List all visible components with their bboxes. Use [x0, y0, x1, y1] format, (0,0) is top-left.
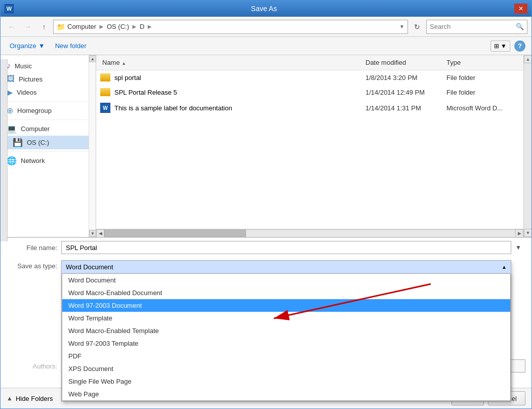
file-cell-name-2: W This is a sample label for documentati… [96, 102, 361, 114]
save-type-list: Word Document Word Macro-Enabled Documen… [62, 274, 511, 401]
sidebar-item-computer[interactable]: 💻 Computer [1, 122, 89, 136]
file-cell-type-2: Microsoft Word D... [442, 103, 523, 113]
sidebar-scroll-track [89, 62, 96, 230]
sidebar-divider-3 [1, 151, 89, 152]
v-scroll-down[interactable]: ▼ [524, 229, 531, 237]
v-scroll-track[interactable] [524, 63, 531, 229]
file-header: Name ▲ Date modified Type [96, 55, 523, 70]
pictures-icon: 🖼 [7, 74, 15, 84]
h-scroll-left[interactable]: ◀ [96, 229, 104, 237]
breadcrumb-osc[interactable]: OS (C:) [107, 23, 129, 30]
sidebar-scrollbar: ▲ ▼ [89, 55, 96, 237]
file-cell-type-1: File folder [442, 88, 523, 97]
file-name-input[interactable] [61, 241, 511, 254]
save-as-dialog: W Save As ✕ ← → ↑ 📁 Computer ► OS (C:) ►… [0, 0, 532, 409]
save-type-arrow-icon: ▲ [502, 264, 507, 270]
breadcrumb-computer[interactable]: Computer [67, 23, 96, 30]
up-button[interactable]: ↑ [37, 20, 51, 34]
sidebar-scroll-down[interactable]: ▼ [89, 230, 96, 237]
title-bar-controls: ✕ [514, 4, 527, 14]
save-type-option-1[interactable]: Word Macro-Enabled Document [62, 287, 510, 299]
refresh-button[interactable]: ↻ [410, 20, 424, 34]
sidebar-label-osc: OS (C:) [27, 139, 49, 146]
file-name-dropdown-icon[interactable]: ▼ [515, 244, 525, 251]
table-row[interactable]: SPL Portal Release 5 1/14/2014 12:49 PM … [96, 85, 523, 100]
address-folder-icon: 📁 [57, 23, 65, 31]
col-date[interactable]: Date modified [361, 57, 442, 68]
file-cell-date-1: 1/14/2014 12:49 PM [361, 88, 442, 97]
save-type-header[interactable]: Word Document ▲ [62, 261, 511, 274]
toolbar: Organize ▼ New folder ⊞ ▼ ? [1, 37, 531, 55]
vertical-scrollbar: ▲ ▼ [523, 55, 531, 237]
save-type-option-0[interactable]: Word Document [62, 274, 510, 287]
sidebar-label-videos: Videos [17, 89, 37, 96]
save-type-option-3[interactable]: Word Template [62, 312, 510, 324]
sidebar-label-computer: Computer [21, 125, 50, 133]
view-icon: ⊞ [494, 43, 499, 50]
save-type-option-6[interactable]: PDF [62, 350, 510, 362]
title-bar: W Save As ✕ [1, 1, 531, 17]
forward-button[interactable]: → [21, 20, 35, 34]
file-area: Name ▲ Date modified Type spl portal 1/8… [96, 55, 523, 237]
dialog-title: Save As [14, 5, 514, 13]
main-area: ♪ Music 🖼 Pictures ▶ Videos ⊕ Homegrou [1, 55, 531, 237]
file-name-2: This is a sample label for documentation [114, 104, 232, 112]
search-input[interactable] [430, 23, 516, 30]
sidebar-label-network: Network [21, 157, 45, 165]
hide-folders-area[interactable]: ▲ Hide Folders [7, 395, 53, 402]
folder-icon-0 [100, 73, 110, 81]
file-name-0: spl portal [114, 74, 141, 81]
sidebar-divider-1 [1, 101, 89, 102]
hide-folders-label[interactable]: Hide Folders [16, 395, 53, 402]
h-scroll-track[interactable] [104, 229, 515, 237]
save-type-option-9[interactable]: Web Page [62, 388, 510, 400]
h-scroll-right[interactable]: ▶ [515, 229, 523, 237]
save-type-option-5[interactable]: Word 97-2003 Template [62, 337, 510, 350]
help-button[interactable]: ? [514, 40, 525, 52]
sidebar-item-videos[interactable]: ▶ Videos [1, 86, 89, 99]
organize-button[interactable]: Organize ▼ [7, 40, 48, 51]
sidebar-divider-2 [1, 119, 89, 120]
save-type-option-8[interactable]: Single File Web Page [62, 375, 510, 388]
sidebar-item-network[interactable]: 🌐 Network [1, 154, 89, 168]
col-type: Type [442, 57, 523, 68]
file-list: spl portal 1/8/2014 3:20 PM File folder … [96, 70, 523, 229]
file-cell-type-0: File folder [442, 73, 523, 83]
col-name[interactable]: Name ▲ [96, 57, 361, 68]
save-type-option-4[interactable]: Word Macro-Enabled Template [62, 324, 510, 337]
sidebar-wrapper: ♪ Music 🖼 Pictures ▶ Videos ⊕ Homegrou [1, 55, 96, 237]
save-type-selected-text: Word Document [66, 263, 113, 271]
nav-bar: ← → ↑ 📁 Computer ► OS (C:) ► D ► ▼ ↻ 🔍 [1, 17, 531, 37]
organize-label: Organize [10, 42, 36, 50]
file-area-wrapper: Name ▲ Date modified Type spl portal 1/8… [96, 55, 531, 237]
h-scroll-thumb[interactable] [104, 230, 246, 237]
file-name-row: File name: ▼ [1, 238, 531, 257]
back-button[interactable]: ← [5, 20, 19, 34]
save-type-option-2[interactable]: Word 97-2003 Document [62, 299, 510, 312]
sidebar-item-osc[interactable]: 💾 OS (C:) [1, 136, 89, 149]
table-row[interactable]: spl portal 1/8/2014 3:20 PM File folder [96, 70, 523, 85]
file-name-label: File name: [7, 244, 57, 252]
sidebar-item-music[interactable]: ♪ Music [1, 59, 89, 72]
search-box[interactable]: 🔍 [426, 20, 527, 34]
save-type-option-7[interactable]: XPS Document [62, 362, 510, 375]
save-type-dropdown[interactable]: Word Document ▲ Word Document Word Macro… [61, 260, 511, 401]
address-bar[interactable]: 📁 Computer ► OS (C:) ► D ► ▼ [53, 20, 408, 34]
close-button[interactable]: ✕ [514, 4, 527, 14]
sidebar-label-pictures: Pictures [19, 75, 43, 83]
sidebar-scroll-up[interactable]: ▲ [89, 55, 96, 62]
sidebar-item-pictures[interactable]: 🖼 Pictures [1, 72, 89, 86]
view-dropdown-icon: ▼ [501, 43, 507, 50]
chevron-icon: ▲ [7, 395, 13, 402]
new-folder-button[interactable]: New folder [52, 40, 90, 51]
v-scroll-up[interactable]: ▲ [524, 55, 531, 63]
computer-icon: 💻 [7, 124, 17, 134]
network-icon: 🌐 [7, 156, 17, 166]
address-dropdown-icon[interactable]: ▼ [399, 24, 404, 29]
view-button[interactable]: ⊞ ▼ [490, 40, 510, 52]
sidebar-item-homegroup[interactable]: ⊕ Homegroup [1, 104, 89, 117]
sidebar-label-homegroup: Homegroup [17, 107, 52, 114]
breadcrumb-d[interactable]: D [140, 23, 144, 30]
table-row[interactable]: W This is a sample label for documentati… [96, 100, 523, 116]
file-cell-name-0: spl portal [96, 72, 361, 83]
